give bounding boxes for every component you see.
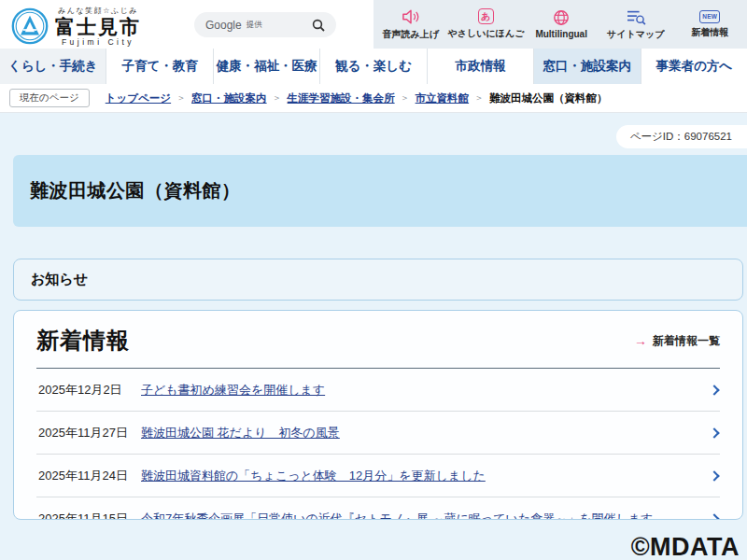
page-title-banner: 難波田城公園（資料館） <box>13 155 747 227</box>
chevron-right-icon <box>709 513 719 520</box>
globe-icon <box>553 9 570 26</box>
utility-multilingual-button[interactable]: Multilingual <box>524 0 599 49</box>
utility-whatsnew-button[interactable]: NEW 新着情報 <box>672 0 747 49</box>
breadcrumb-separator: ＞ <box>474 91 484 105</box>
nav-item-kenko[interactable]: 健康・福祉・医療 <box>214 49 320 84</box>
news-row-2[interactable]: 2025年11月27日 難波田城公園 花だより 初冬の風景 <box>36 412 720 455</box>
chevron-right-icon <box>709 427 719 438</box>
news-row-3[interactable]: 2025年11月24日 難波田城資料館の「ちょこっと体験 12月分」を更新しまし… <box>36 455 720 497</box>
notice-title: お知らせ <box>31 271 88 288</box>
city-logo[interactable]: みんな笑顔☆ふじみ 富士見市 Fujimi City <box>11 6 141 47</box>
global-nav: くらし・手続き 子育て・教育 健康・福祉・医療 観る・楽しむ 市政情報 窓口・施… <box>0 49 747 84</box>
nav-item-jigyosha[interactable]: 事業者の方へ <box>641 49 747 84</box>
new-badge-icon: NEW <box>699 10 720 23</box>
arrow-right-icon: → <box>634 333 647 348</box>
news-list-link[interactable]: → 新着情報一覧 <box>634 333 720 349</box>
news-date: 2025年11月24日 <box>38 468 126 484</box>
news-date: 2025年12月2日 <box>38 382 126 399</box>
utility-bar: 音声読み上げ あ やさしいにほんご Multilingual <box>374 0 747 49</box>
utility-whatsnew-label-2: 新着情報 <box>691 26 728 39</box>
watermark: ©MDATA <box>631 533 740 560</box>
news-link[interactable]: 子ども書初め練習会を開催します <box>141 382 325 399</box>
breadcrumb-separator: ＞ <box>273 91 282 105</box>
utility-sitemap-button[interactable]: サイトマップ <box>599 0 673 49</box>
search-placeholder-sub: 提供 <box>247 20 262 31</box>
news-header: 新着情報 → 新着情報一覧 <box>36 326 720 356</box>
search-placeholder: Google <box>205 19 242 32</box>
search-input[interactable]: Google 提供 <box>194 12 336 37</box>
logo-city-name: 富士見市 <box>55 16 141 37</box>
news-row-4[interactable]: 2025年11月15日 令和7年秋季企画展「日常使いの近代『セトモノ』展 ～蔵に… <box>36 497 720 520</box>
utility-easy-japanese-button[interactable]: あ やさしいにほんご <box>448 0 525 49</box>
nav-item-kosodate[interactable]: 子育て・教育 <box>106 49 213 84</box>
news-link[interactable]: 難波田城公園 花だより 初冬の風景 <box>141 425 340 441</box>
news-link[interactable]: 令和7年秋季企画展「日常使いの近代『セトモノ』展 ～蔵に眠っていた食器～」を開催… <box>141 511 653 520</box>
breadcrumb-current-page: 難波田城公園（資料館） <box>489 91 608 105</box>
search-icon[interactable] <box>312 19 325 32</box>
news-list-link-label: 新着情報一覧 <box>653 333 720 349</box>
breadcrumb-link-shogai[interactable]: 生涯学習施設・集会所 <box>288 91 395 105</box>
nav-item-kurashi[interactable]: くらし・手続き <box>0 49 106 84</box>
page-body: ページID：69076521 難波田城公園（資料館） お知らせ 新着情報 → 新… <box>0 114 747 560</box>
nav-item-miru[interactable]: 観る・楽しむ <box>320 49 427 84</box>
nav-item-madoguchi[interactable]: 窓口・施設案内 <box>534 49 641 84</box>
utility-whatsnew-label-1: サイトマップ <box>607 28 664 41</box>
breadcrumb-separator: ＞ <box>401 91 410 105</box>
utility-readaloud-button[interactable]: 音声読み上げ <box>374 0 448 49</box>
news-link[interactable]: 難波田城資料館の「ちょこっと体験 12月分」を更新しました <box>141 468 486 484</box>
utility-readaloud-label: 音声読み上げ <box>383 28 439 41</box>
breadcrumb-current-tag: 現在のページ <box>9 89 90 107</box>
breadcrumb-link-top[interactable]: トップページ <box>106 91 171 105</box>
logo-tagline: みんな笑顔☆ふじみ <box>55 6 141 16</box>
sitemap-search-icon <box>626 8 646 25</box>
page-id-badge: ページID：69076521 <box>616 125 747 148</box>
news-date: 2025年11月27日 <box>38 425 126 441</box>
breadcrumb-link-shiryokan[interactable]: 市立資料館 <box>416 91 470 105</box>
news-row-1[interactable]: 2025年12月2日 子ども書初め練習会を開催します <box>36 369 720 412</box>
breadcrumb-link-madoguchi[interactable]: 窓口・施設案内 <box>191 91 267 105</box>
breadcrumb-separator: ＞ <box>176 91 186 105</box>
nav-item-shisei[interactable]: 市政情報 <box>428 49 534 84</box>
logo-text: みんな笑顔☆ふじみ 富士見市 Fujimi City <box>55 6 141 47</box>
breadcrumb: 現在のページ トップページ ＞ 窓口・施設案内 ＞ 生涯学習施設・集会所 ＞ 市… <box>0 84 747 113</box>
news-section: 新着情報 → 新着情報一覧 2025年12月2日 子ども書初め練習会を開催します… <box>13 310 743 520</box>
page-root: みんな笑顔☆ふじみ 富士見市 Fujimi City Google 提供 音声読… <box>0 0 747 560</box>
page-title: 難波田城公園（資料館） <box>30 178 241 203</box>
speaker-icon <box>401 8 421 25</box>
news-date: 2025年11月15日 <box>38 511 126 520</box>
utility-easy-japanese-label: やさしいにほんご <box>448 27 525 40</box>
utility-multilingual-label: Multilingual <box>535 29 587 39</box>
logo-city-name-en: Fujimi City <box>55 37 141 47</box>
news-title: 新着情報 <box>36 326 130 356</box>
chevron-right-icon <box>709 385 719 395</box>
site-header: みんな笑顔☆ふじみ 富士見市 Fujimi City Google 提供 音声読… <box>0 0 747 49</box>
city-emblem-icon <box>11 7 49 45</box>
chevron-right-icon <box>709 470 719 481</box>
hiragana-a-icon: あ <box>478 8 494 24</box>
notice-section[interactable]: お知らせ <box>13 259 743 301</box>
